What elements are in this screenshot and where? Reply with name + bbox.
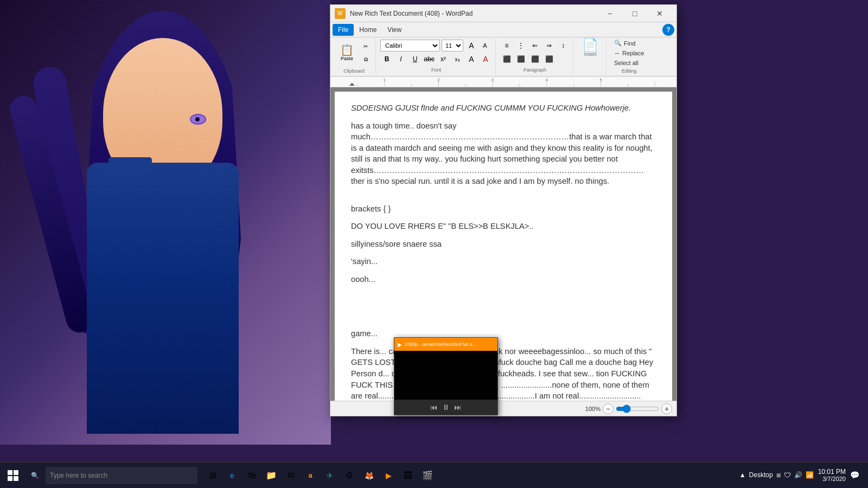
zoom-in-button[interactable]: + xyxy=(661,403,672,414)
bold-button[interactable]: B xyxy=(380,53,393,65)
find-icon: 🔍 xyxy=(614,40,622,47)
taskbar: 🔍 Type here to search ⊞ e 🛍 📁 ✉ a ✈ ⚙ 🦊 … xyxy=(0,462,868,488)
volume-icon[interactable]: 🔊 xyxy=(794,471,802,479)
replace-button[interactable]: ↔ Replace xyxy=(611,49,647,57)
copy-button[interactable]: ⧉ xyxy=(359,54,372,66)
replace-label: Replace xyxy=(622,50,644,56)
notification-icon: 🛡 xyxy=(784,471,791,479)
insert-label: Insert xyxy=(584,52,597,57)
body-clothing xyxy=(87,163,239,434)
paste-icon: 📋 xyxy=(340,44,354,55)
edge-icon[interactable]: e xyxy=(224,467,241,484)
editing-content: 🔍 Find ↔ Replace Select all xyxy=(611,38,647,67)
find-button[interactable]: 🔍 Find xyxy=(611,38,647,48)
editing-label: Editing xyxy=(611,67,647,75)
menu-home[interactable]: Home xyxy=(354,24,382,36)
zoom-level: 100% xyxy=(585,406,601,412)
anime-figure xyxy=(33,11,304,434)
strikethrough-button[interactable]: abc xyxy=(423,53,436,65)
window-controls: − □ ✕ xyxy=(597,5,672,22)
minimize-button[interactable]: − xyxy=(597,5,622,22)
paragraph-1-text: SDOEISNG GJUSt fInde and FUCKING CUMMM Y… xyxy=(351,104,631,112)
document-area[interactable]: SDOEISNG GJUSt fInde and FUCKING CUMMM Y… xyxy=(330,87,676,401)
help-button[interactable]: ? xyxy=(662,24,674,36)
desktop-label: Desktop xyxy=(749,471,773,479)
taskbar-right: ▲ Desktop ⊞ 🛡 🔊 📶 10:01 PM 3/7/2020 💬 xyxy=(739,468,868,483)
font-size-select[interactable]: 11 xyxy=(442,40,463,52)
paragraph-1: SDOEISNG GJUSt fInde and FUCKING CUMMM Y… xyxy=(351,102,656,114)
app10-icon[interactable]: 🎬 xyxy=(419,467,436,484)
align-left-button[interactable]: ⬛ xyxy=(500,53,513,65)
paragraph-8-text: game... xyxy=(351,329,378,338)
align-justify-button[interactable]: ⬛ xyxy=(542,53,556,65)
video-next-button[interactable]: ⏭ xyxy=(454,403,462,412)
tripadvisor-icon[interactable]: ✈ xyxy=(321,467,339,484)
bullets-button[interactable]: ≡ xyxy=(500,40,513,52)
cut-button[interactable]: ✂ xyxy=(359,41,372,53)
svg-text:4: 4 xyxy=(546,78,548,82)
maximize-button[interactable]: □ xyxy=(622,5,647,22)
taskbar-search-bar[interactable]: Type here to search xyxy=(46,467,197,484)
ribbon-clipboard-group: 📋 Paste ✂ ⧉ Clipboard xyxy=(333,38,376,75)
video-player-popup[interactable]: ▶ 1080p - rememberlessfool No s... ⏮ ⏸ ⏭ xyxy=(394,337,498,415)
app9-icon[interactable]: 🖼 xyxy=(399,467,417,484)
highlight-button[interactable]: A xyxy=(465,53,478,65)
superscript-button[interactable]: x² xyxy=(437,53,450,65)
subscript-button[interactable]: x₂ xyxy=(451,53,464,65)
svg-text:2: 2 xyxy=(437,78,439,82)
status-bar: 100% − + xyxy=(330,401,676,416)
amazon-icon[interactable]: a xyxy=(302,467,319,484)
underline-button[interactable]: U xyxy=(409,53,422,65)
svg-rect-0 xyxy=(330,76,676,87)
close-button[interactable]: ✕ xyxy=(647,5,672,22)
indent-less-button[interactable]: ⇐ xyxy=(528,40,541,52)
vlc-taskbar-icon[interactable]: ▶ xyxy=(380,467,397,484)
grow-font-button[interactable]: A xyxy=(465,40,478,52)
zoom-slider[interactable] xyxy=(616,404,659,413)
taskbar-search-button[interactable]: 🔍 xyxy=(26,467,43,484)
font-family-select[interactable]: Calibri xyxy=(380,40,440,52)
zoom-out-button[interactable]: − xyxy=(603,403,614,414)
network-icon[interactable]: 📶 xyxy=(806,471,814,479)
insert-content: 📄 Insert xyxy=(578,38,603,57)
line-spacing-button[interactable]: ↕ xyxy=(557,40,570,52)
paragraph-5: sillyiness/sore snaere ssa xyxy=(351,239,656,250)
paragraph-7-text: oooh... xyxy=(351,275,375,284)
mail-icon[interactable]: ✉ xyxy=(282,467,299,484)
start-button[interactable] xyxy=(0,463,26,489)
search-placeholder: Type here to search xyxy=(50,472,107,479)
shrink-font-button[interactable]: A xyxy=(478,40,492,52)
store-icon[interactable]: 🛍 xyxy=(243,467,260,484)
ribbon-font-group: Calibri 11 A A B I xyxy=(377,38,496,75)
align-right-button[interactable]: ⬛ xyxy=(528,53,541,65)
desktop-button[interactable]: ⊞ xyxy=(776,472,781,478)
paragraph-4: DO YOU LOVE RHERS E" "B ELS>>B ELSKJLA>.… xyxy=(351,221,656,232)
app-icon: W xyxy=(335,8,346,19)
text-color-button[interactable]: A xyxy=(479,53,492,65)
system-time: 10:01 PM xyxy=(818,468,846,476)
ribbon-editing-group: 🔍 Find ↔ Replace Select all Editing xyxy=(608,38,650,75)
expand-tray-button[interactable]: ▲ xyxy=(739,471,746,479)
paragraph-3-text: brackets { } xyxy=(351,204,391,213)
select-all-button[interactable]: Select all xyxy=(611,59,647,67)
task-view-button[interactable]: ⊞ xyxy=(204,467,221,484)
file-explorer-icon[interactable]: 📁 xyxy=(263,467,280,484)
start-icon xyxy=(8,470,18,481)
menu-view[interactable]: View xyxy=(382,24,407,36)
video-play-button[interactable]: ⏸ xyxy=(442,403,450,412)
ribbon-insert-group: 📄 Insert xyxy=(575,38,607,75)
paragraph-6: 'sayin... xyxy=(351,256,656,267)
app7-icon[interactable]: ⚙ xyxy=(341,467,358,484)
italic-button[interactable]: I xyxy=(394,53,407,65)
notifications-button[interactable]: 💬 xyxy=(850,471,859,479)
indent-more-button[interactable]: ⇒ xyxy=(542,40,556,52)
clipboard-label: Clipboard xyxy=(336,67,372,75)
ribbon-paragraph-group: ≡ ⋮ ⇐ ⇒ ↕ ⬛ ⬛ ⬛ ⬛ Paragraph xyxy=(497,38,573,75)
svg-text:5: 5 xyxy=(600,78,602,82)
video-prev-button[interactable]: ⏮ xyxy=(430,403,438,412)
align-center-button[interactable]: ⬛ xyxy=(514,53,527,65)
menu-file[interactable]: File xyxy=(333,24,354,36)
paste-button[interactable]: 📋 Paste xyxy=(336,42,358,63)
numbering-button[interactable]: ⋮ xyxy=(514,40,527,52)
firefox-icon[interactable]: 🦊 xyxy=(360,467,378,484)
